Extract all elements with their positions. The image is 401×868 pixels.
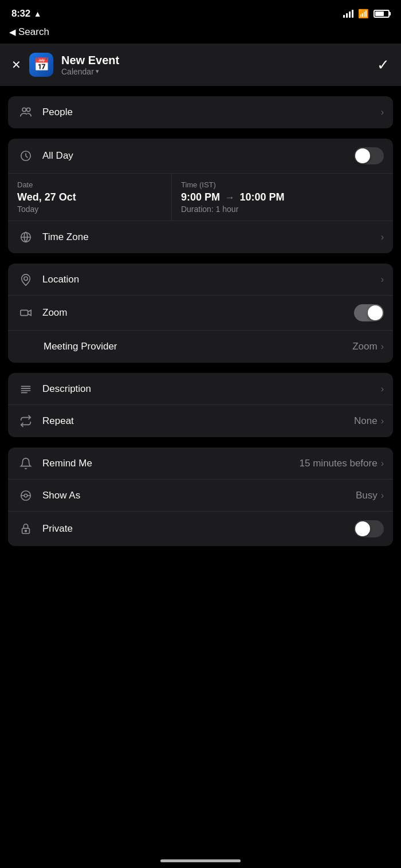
- date-label: Date: [17, 180, 162, 189]
- svg-point-4: [24, 276, 27, 280]
- svg-point-11: [24, 494, 27, 497]
- all-day-row[interactable]: All Day: [8, 139, 393, 174]
- globe-icon: [17, 231, 34, 243]
- back-navigation[interactable]: ◀ Search: [0, 24, 401, 44]
- wifi-icon: 📶: [358, 9, 369, 19]
- private-row[interactable]: Private: [8, 512, 393, 546]
- schedule-section: All Day Date Wed, 27 Oct Today Time (IST…: [8, 139, 393, 253]
- meeting-provider-value: Zoom: [352, 341, 377, 352]
- repeat-chevron-icon: ›: [381, 416, 384, 426]
- svg-point-0: [22, 108, 26, 111]
- people-row[interactable]: People ›: [8, 96, 393, 128]
- time-zone-chevron-icon: ›: [381, 232, 384, 242]
- battery-icon: [374, 10, 390, 18]
- remind-me-label: Remind Me: [42, 458, 300, 469]
- svg-rect-5: [21, 310, 28, 315]
- options-section: Remind Me 15 minutes before › Show As Bu…: [8, 447, 393, 546]
- zoom-toggle[interactable]: [354, 304, 384, 321]
- description-row[interactable]: Description ›: [8, 373, 393, 405]
- zoom-label: Zoom: [42, 307, 354, 319]
- location-label: Location: [42, 274, 381, 285]
- description-section: Description › Repeat None ›: [8, 373, 393, 437]
- calendar-chevron-icon: ▾: [96, 68, 99, 75]
- meeting-provider-chevron-icon: ›: [381, 341, 384, 352]
- duration-label: Duration: 1 hour: [181, 205, 384, 214]
- time-start: 9:00 PM: [181, 191, 220, 203]
- header-left-group: ✕ 📅 New Event Calendar ▾: [11, 53, 119, 77]
- people-section: People ›: [8, 96, 393, 128]
- show-as-row[interactable]: Show As Busy ›: [8, 480, 393, 512]
- meeting-provider-label: Meeting Provider: [44, 341, 352, 352]
- close-button[interactable]: ✕: [11, 58, 21, 72]
- lock-icon: [17, 523, 34, 535]
- time-block[interactable]: Time (IST) 9:00 PM → 10:00 PM Duration: …: [172, 174, 393, 221]
- time-zone-row[interactable]: Time Zone ›: [8, 221, 393, 253]
- repeat-label: Repeat: [42, 415, 354, 427]
- datetime-row[interactable]: Date Wed, 27 Oct Today Time (IST) 9:00 P…: [8, 174, 393, 221]
- people-icon: [17, 106, 34, 119]
- description-chevron-icon: ›: [381, 384, 384, 394]
- people-label: People: [42, 107, 381, 118]
- show-as-chevron-icon: ›: [381, 490, 384, 501]
- back-label: Search: [18, 26, 49, 38]
- location-arrow-icon: ▲: [34, 9, 42, 18]
- signal-bars-icon: [343, 10, 353, 18]
- bell-icon: [17, 457, 34, 470]
- zoom-row[interactable]: Zoom: [8, 296, 393, 331]
- all-day-toggle[interactable]: [354, 147, 384, 164]
- calendar-subtitle[interactable]: Calendar ▾: [61, 67, 119, 76]
- status-bar: 8:32 ▲ 📶: [0, 0, 401, 24]
- description-label: Description: [42, 383, 381, 395]
- home-indicator: [160, 859, 241, 862]
- date-block[interactable]: Date Wed, 27 Oct Today: [8, 174, 172, 221]
- all-day-label: All Day: [42, 150, 354, 162]
- show-as-label: Show As: [42, 490, 356, 501]
- save-button[interactable]: ✓: [377, 56, 390, 74]
- private-label: Private: [42, 523, 354, 535]
- remind-me-value: 15 minutes before: [300, 458, 378, 469]
- private-toggle[interactable]: [354, 520, 384, 537]
- remind-me-row[interactable]: Remind Me 15 minutes before ›: [8, 447, 393, 480]
- location-chevron-icon: ›: [381, 274, 384, 285]
- location-pin-icon: [17, 273, 34, 286]
- location-section: Location › Zoom Meeting Provider Zoom ›: [8, 264, 393, 363]
- svg-point-15: [25, 530, 27, 532]
- repeat-value: None: [354, 415, 378, 427]
- people-chevron-icon: ›: [381, 107, 384, 117]
- event-header: ✕ 📅 New Event Calendar ▾ ✓: [0, 44, 401, 86]
- header-title-block: New Event Calendar ▾: [61, 54, 119, 76]
- description-icon: [17, 383, 34, 395]
- video-icon: [17, 307, 34, 319]
- calendar-app-icon: 📅: [29, 53, 53, 77]
- status-icons: 📶: [343, 9, 390, 19]
- clock-icon: [17, 150, 34, 162]
- time-arrow-icon: →: [225, 192, 235, 203]
- meeting-provider-row[interactable]: Meeting Provider Zoom ›: [8, 331, 393, 363]
- event-title: New Event: [61, 54, 119, 67]
- back-arrow-icon: ◀: [9, 27, 16, 37]
- time-range: 9:00 PM → 10:00 PM: [181, 191, 384, 203]
- time-end: 10:00 PM: [239, 191, 284, 203]
- remind-me-chevron-icon: ›: [381, 458, 384, 469]
- time-display: 8:32: [11, 8, 30, 19]
- location-row[interactable]: Location ›: [8, 264, 393, 296]
- show-as-value: Busy: [356, 490, 378, 501]
- time-zone-label: Time Zone: [42, 231, 381, 243]
- repeat-row[interactable]: Repeat None ›: [8, 405, 393, 437]
- repeat-icon: [17, 415, 34, 427]
- date-sub: Today: [17, 205, 162, 214]
- time-label: Time (IST): [181, 180, 384, 189]
- date-main: Wed, 27 Oct: [17, 191, 162, 203]
- show-as-icon: [17, 489, 34, 502]
- status-time-group: 8:32 ▲: [11, 8, 41, 19]
- svg-point-1: [26, 108, 30, 111]
